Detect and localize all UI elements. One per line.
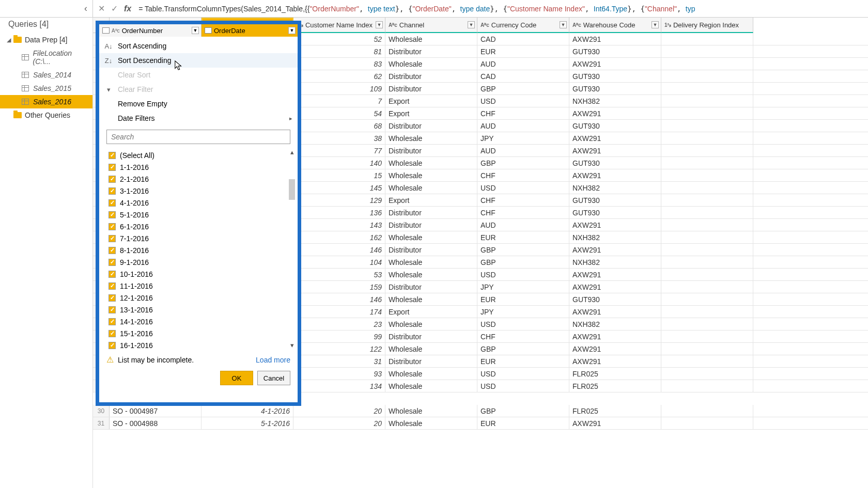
cell-cni: 38 [293, 132, 385, 144]
filter-value-checkbox[interactable]: ✓14-1-2016 [109, 316, 288, 327]
chevron-down-icon[interactable]: ▼ [652, 21, 659, 28]
chevron-down-icon[interactable]: ▼ [288, 27, 296, 34]
ok-button[interactable]: OK [220, 371, 253, 385]
cell-channel: Distributor [385, 120, 477, 132]
filter-value-checkbox[interactable]: ✓6-1-2016 [109, 221, 288, 232]
filter-value-checkbox[interactable]: ✓9-1-2016 [109, 256, 288, 268]
filter-search-input[interactable] [106, 130, 290, 144]
sort-descending[interactable]: Z↓Sort Descending [99, 53, 298, 68]
row-number: 30 [93, 405, 110, 417]
cell-region [661, 281, 753, 293]
cell-cni: 62 [293, 70, 385, 82]
cell-cni: 129 [293, 194, 385, 206]
chevron-down-icon[interactable]: ◢ [5, 37, 12, 43]
cell-channel: Wholesale [385, 405, 477, 417]
query-item[interactable]: Sales_2014 [0, 68, 92, 82]
cell-currency: EUR [477, 293, 569, 305]
table-icon [22, 54, 29, 60]
calendar-icon [205, 27, 212, 34]
filter-value-checkbox[interactable]: ✓7-1-2016 [109, 232, 288, 244]
cell-warehouse: AXW291 [569, 33, 661, 45]
folder-data-prep[interactable]: ◢ Data Prep [4] [0, 33, 92, 46]
column-header-warehouse-code[interactable]: AᴮcWarehouse Code▼ [569, 18, 661, 33]
remove-empty[interactable]: Remove Empty [99, 97, 298, 111]
query-item[interactable]: Sales_2015 [0, 82, 92, 95]
chevron-down-icon[interactable]: ▼ [560, 21, 567, 28]
filter-value-checkbox[interactable]: ✓13-1-2016 [109, 304, 288, 316]
cell-warehouse: GUT930 [569, 70, 661, 82]
cell-warehouse: GUT930 [569, 293, 661, 305]
filter-values-list[interactable]: ✓(Select All) ✓1-1-2016✓2-1-2016✓3-1-201… [99, 146, 298, 352]
cell-cni: 146 [293, 293, 385, 305]
sort-ascending[interactable]: A↓Sort Ascending [99, 39, 298, 53]
scroll-up-icon[interactable]: ▴ [290, 148, 294, 156]
popup-col-ordernumber[interactable]: Aᴮc OrderNumber ▼ [99, 24, 202, 37]
filter-value-checkbox[interactable]: ✓2-1-2016 [109, 173, 288, 185]
cell-warehouse: AXW291 [569, 107, 661, 119]
cell-region [661, 355, 753, 367]
cell-region [661, 405, 753, 417]
cell-cni: 174 [293, 306, 385, 318]
filter-value-checkbox[interactable]: ✓15-1-2016 [109, 327, 288, 339]
date-filters[interactable]: Date Filters [99, 111, 298, 125]
queries-title: Queries [4] [0, 20, 92, 33]
cell-channel: Wholesale [385, 132, 477, 144]
cell-warehouse: GUT930 [569, 194, 661, 206]
cell-currency: GBP [477, 256, 569, 268]
filter-value-checkbox[interactable]: ✓11-1-2016 [109, 280, 288, 292]
scroll-down-icon[interactable]: ▾ [290, 341, 294, 349]
filter-value-checkbox[interactable]: ✓1-1-2016 [109, 161, 288, 173]
accept-formula-icon[interactable]: ✓ [111, 4, 118, 13]
query-item[interactable]: Sales_2016 [0, 95, 92, 108]
table-row[interactable]: 31SO - 00049885-1-201620WholesaleEURAXW2… [93, 417, 868, 430]
column-header-channel[interactable]: AᴮcChannel▼ [385, 18, 477, 33]
filter-value-checkbox[interactable]: ✓16-1-2016 [109, 339, 288, 351]
cell-cni: 104 [293, 256, 385, 268]
cell-channel: Distributor [385, 45, 477, 57]
load-more-link[interactable]: Load more [256, 356, 290, 364]
cell-channel: Wholesale [385, 318, 477, 330]
cell-region [661, 145, 753, 156]
filter-value-checkbox[interactable]: ✓4-1-2016 [109, 197, 288, 209]
cell-currency: AUD [477, 58, 569, 70]
column-header-customer-name-index[interactable]: 1²₃Customer Name Index▼ [293, 18, 385, 33]
table-row[interactable]: 30SO - 00049874-1-201620WholesaleGBPFLR0… [93, 405, 868, 417]
filter-value-checkbox[interactable]: ✓17-1-2016 [109, 351, 288, 352]
cell-currency: GBP [477, 405, 569, 417]
cell-cni: 83 [293, 58, 385, 70]
chevron-down-icon[interactable]: ▼ [192, 27, 199, 34]
column-header-currency-code[interactable]: AᴮcCurrency Code▼ [477, 18, 569, 33]
query-item[interactable]: FileLocation (C:\... [0, 46, 92, 68]
cell-warehouse: NXH382 [569, 182, 661, 194]
filter-value-checkbox[interactable]: ✓3-1-2016 [109, 185, 288, 197]
select-all-checkbox[interactable]: ✓(Select All) [109, 149, 288, 161]
cell-region [661, 194, 753, 206]
filter-value-checkbox[interactable]: ✓12-1-2016 [109, 292, 288, 304]
queries-collapse[interactable]: ‹ [0, 0, 93, 17]
cell-channel: Wholesale [385, 256, 477, 268]
cell-currency: CHF [477, 169, 569, 181]
cancel-formula-icon[interactable]: ✕ [98, 4, 105, 13]
scroll-thumb[interactable] [289, 179, 295, 200]
cell-currency: USD [477, 269, 569, 280]
popup-col-orderdate[interactable]: OrderDate ▼ [202, 24, 298, 37]
filter-value-checkbox[interactable]: ✓10-1-2016 [109, 268, 288, 280]
folder-other-queries[interactable]: Other Queries [0, 108, 92, 122]
cell-cni: 109 [293, 83, 385, 95]
cell-region [661, 58, 753, 70]
filter-value-checkbox[interactable]: ✓8-1-2016 [109, 244, 288, 256]
cell-cni: 7 [293, 95, 385, 107]
scrollbar[interactable]: ▴ ▾ [287, 148, 297, 349]
fx-icon[interactable]: fx [124, 4, 131, 13]
column-header-delivery-region-index[interactable]: 1²₃Delivery Region Index [661, 18, 753, 33]
cell-warehouse: GUT930 [569, 207, 661, 218]
filter-value-checkbox[interactable]: ✓5-1-2016 [109, 209, 288, 221]
cell-currency: USD [477, 380, 569, 392]
chevron-down-icon[interactable]: ▼ [376, 21, 383, 28]
cell-warehouse: FLR025 [569, 368, 661, 380]
warning-text: List may be incomplete. [118, 356, 194, 364]
cell-currency: USD [477, 95, 569, 107]
cancel-button[interactable]: Cancel [257, 371, 290, 385]
formula-text[interactable]: = Table.TransformColumnTypes(Sales_2014_… [136, 5, 868, 13]
chevron-down-icon[interactable]: ▼ [468, 21, 475, 28]
